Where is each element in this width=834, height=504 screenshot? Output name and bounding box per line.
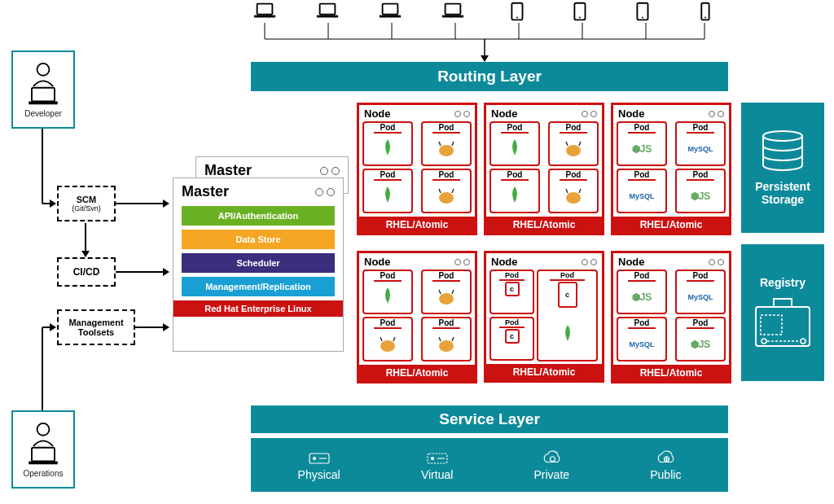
master-title: Master	[182, 183, 229, 200]
pod: Pod	[362, 169, 413, 213]
container-c: c	[505, 282, 520, 296]
svg-point-62	[313, 457, 315, 459]
mgmt-toolsets-box: Management Toolsets	[57, 309, 135, 345]
svg-rect-32	[29, 461, 57, 464]
device-connectors	[252, 23, 717, 62]
mgmt-line2: Toolsets	[78, 327, 114, 337]
svg-rect-29	[29, 101, 57, 104]
node-card: Node Pod⬢JS PodMySQL PodMySQL Pod⬢JS RHE…	[611, 251, 731, 383]
pod: Pod⬢JS	[675, 169, 726, 213]
svg-point-27	[37, 63, 50, 75]
master-row-data: Data Store	[182, 230, 335, 249]
tomcat-icon	[562, 134, 585, 164]
svg-marker-39	[163, 199, 169, 208]
tablet-icon	[567, 2, 591, 21]
mongodb-icon	[558, 309, 577, 360]
public-cloud-icon	[653, 449, 678, 467]
node-dots-icon	[454, 111, 470, 117]
scm-box: SCM (Git/Svn)	[57, 186, 116, 221]
pod-label: Pod	[628, 123, 656, 134]
pod: PodMySQL	[675, 270, 726, 314]
pod-label: Pod	[560, 123, 588, 134]
pod-label: Pod	[687, 318, 715, 329]
phone-icon	[692, 2, 717, 21]
pod: Pod	[421, 270, 472, 314]
svg-rect-6	[446, 4, 461, 15]
nodejs-icon: ⬢JS	[632, 134, 652, 164]
node-footer: RHEL/Atomic	[486, 217, 602, 233]
left-arrows	[33, 129, 195, 454]
master-back-title: Master	[204, 162, 252, 179]
person-laptop-icon	[24, 62, 62, 107]
laptop-icon	[441, 2, 465, 21]
container-c: c	[505, 329, 520, 344]
tomcat-icon	[562, 181, 585, 212]
master-row-replication: Management/Replication	[182, 277, 335, 296]
private-cloud-icon	[539, 449, 564, 467]
svg-rect-3	[317, 15, 338, 18]
pod-label: Pod	[432, 123, 461, 134]
node-card: Node Pod Pod Pod Pod RHEL/Atomic	[357, 251, 477, 383]
infra-virtual: Virtual	[421, 449, 453, 481]
pod: Pod	[489, 121, 540, 166]
node-header: Node	[613, 105, 729, 120]
node-dots-icon	[582, 259, 597, 265]
mongodb-icon	[378, 134, 397, 164]
node-footer: RHEL/Atomic	[613, 365, 729, 381]
svg-rect-7	[442, 15, 463, 18]
laptop-icon	[378, 2, 402, 21]
svg-point-13	[642, 17, 643, 19]
pod-label: Pod	[499, 271, 525, 281]
svg-point-47	[439, 145, 454, 156]
node-dots-icon	[709, 111, 724, 117]
svg-point-49	[566, 145, 581, 156]
registry-box: Registry	[741, 244, 824, 381]
container-c: c	[558, 282, 577, 308]
storage-icon	[758, 129, 807, 175]
node-header: Node	[359, 105, 475, 120]
mysql-icon: MySQL	[687, 134, 713, 164]
vm-icon	[425, 449, 450, 467]
pod-label: Pod	[501, 123, 529, 134]
svg-marker-37	[81, 251, 90, 257]
laptop-icon	[315, 2, 340, 21]
node-footer: RHEL/Atomic	[613, 217, 729, 233]
pod: Pod	[421, 169, 472, 213]
laptop-icon	[252, 2, 277, 21]
infra-private: Private	[534, 449, 570, 481]
pod-label: Pod	[501, 170, 529, 181]
pod-label: Pod	[499, 318, 525, 328]
mongodb-icon	[505, 134, 525, 164]
pod-label: Pod	[374, 170, 402, 181]
master-row-api: API/Authentication	[182, 206, 335, 226]
mgmt-line1: Management	[68, 318, 123, 327]
svg-rect-57	[761, 315, 782, 335]
svg-rect-31	[32, 447, 55, 461]
infra-virtual-label: Virtual	[421, 468, 453, 481]
node-header: Node	[486, 253, 602, 268]
scm-title: SCM	[77, 195, 96, 204]
nodejs-icon: ⬢JS	[691, 329, 711, 360]
node-footer: RHEL/Atomic	[486, 364, 602, 380]
pod: Pod⬢JS	[617, 270, 667, 314]
tomcat-icon	[435, 282, 458, 313]
node-title: Node	[364, 256, 391, 268]
svg-rect-56	[774, 299, 792, 307]
svg-marker-41	[163, 268, 169, 276]
svg-rect-55	[756, 307, 810, 346]
master-dots-icon	[315, 188, 335, 196]
infra-physical: Physical	[298, 449, 340, 481]
node-dots-icon	[582, 111, 597, 117]
pod: PodMySQL	[617, 169, 667, 213]
pod-label: Pod	[687, 170, 715, 181]
mysql-icon: MySQL	[629, 329, 654, 360]
svg-point-9	[516, 17, 518, 19]
mongodb-icon	[378, 181, 397, 212]
pod: Pod	[489, 169, 540, 213]
svg-point-11	[579, 17, 581, 19]
registry-label: Registry	[760, 276, 805, 289]
routing-layer-bar: Routing Layer	[251, 62, 728, 91]
master-footer: Red Hat Enterprise Linux	[173, 300, 343, 317]
pod: Pod	[548, 121, 599, 166]
pod: Pod⬢JS	[675, 317, 726, 362]
